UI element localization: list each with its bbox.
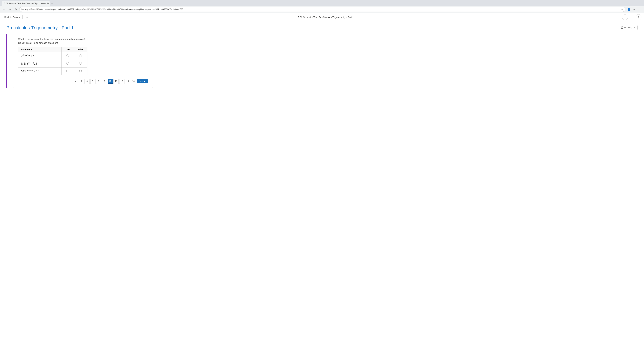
row2-true-radio[interactable]	[66, 62, 69, 65]
lms-right-controls: ⟨ ⋮ ⟩	[622, 14, 642, 20]
reading-btn-label: Reading Off	[624, 26, 636, 29]
pagination-page-7[interactable]: 7	[90, 79, 96, 84]
forward-button[interactable]: →	[8, 7, 12, 11]
refresh-button[interactable]: ↻	[14, 7, 18, 11]
table-row: 26log22 = 12	[18, 52, 88, 60]
page-content: 🎧 Reading Off Precalculus-Trigonometry -…	[0, 21, 644, 362]
row1-true-cell[interactable]	[62, 52, 74, 60]
content-prev-button[interactable]: ⟨	[622, 14, 628, 20]
pagination-page-6[interactable]: 6	[84, 79, 90, 84]
pagination-prev-button[interactable]: ◄	[73, 79, 78, 84]
row1-true-radio[interactable]	[66, 54, 69, 57]
browser-toolbar: ← → ↻ learning.k12.com/d2l/le/enhancedSe…	[0, 6, 644, 13]
pagination-page-14[interactable]: 14	[131, 79, 136, 84]
bookmark-icon[interactable]: ☆	[621, 8, 623, 11]
math-expression-2: ¼ ln e8 = 4√8	[21, 62, 37, 65]
headphones-icon: 🎧	[621, 26, 624, 29]
lms-navbar: ‹ Back to Content ≡ 5.02 Semester Test: …	[0, 13, 644, 21]
table-header-row: Statement True False	[18, 47, 88, 52]
pagination-page-13[interactable]: 13	[125, 79, 130, 84]
question-card: What is the value of the logarithmic or …	[13, 34, 153, 88]
toolbar-icons: 👤 ⊞ ⋮	[626, 7, 642, 11]
pagination-page-9[interactable]: 9	[102, 79, 107, 84]
next-button[interactable]: Next ▶	[137, 79, 148, 83]
truth-table: Statement True False 26log22 = 12	[18, 47, 88, 75]
row3-true-radio[interactable]	[66, 70, 69, 72]
true-header: True	[62, 47, 74, 52]
content-area: 🎧 Reading Off Precalculus-Trigonometry -…	[6, 25, 638, 88]
row1-false-cell[interactable]	[74, 52, 87, 60]
row2-true-cell[interactable]	[62, 60, 74, 67]
active-tab[interactable]: 5.02 Semester Test: Pre-Calculus-Trigono…	[2, 1, 50, 6]
table-row: ¼ ln e8 = 4√8	[18, 60, 88, 67]
row3-false-radio[interactable]	[79, 70, 82, 72]
question-instruction: Select True or False for each statement.	[18, 42, 148, 44]
back-to-content-link[interactable]: ‹ Back to Content	[2, 16, 20, 19]
statement-1: 26log22 = 12	[18, 52, 62, 60]
pagination-page-8[interactable]: 8	[96, 79, 101, 84]
back-to-content-label: Back to Content	[4, 16, 20, 18]
more-options-button[interactable]: ⋮	[629, 15, 634, 20]
math-expression-1: 26log22 = 12	[21, 54, 34, 58]
url-text: learning.k12.com/d2l/le/enhancedSequence…	[22, 8, 620, 10]
hamburger-icon: ≡	[26, 16, 28, 18]
content-next-button[interactable]: ⟩	[636, 14, 642, 20]
row2-false-radio[interactable]	[79, 62, 82, 65]
next-button-label: Next ▶	[139, 80, 146, 82]
row2-false-cell[interactable]	[74, 60, 87, 67]
statement-3: 10log 1000−2 = 10	[18, 67, 62, 75]
extensions-button[interactable]: ⊞	[632, 7, 636, 11]
row1-false-radio[interactable]	[79, 54, 82, 57]
hamburger-menu-button[interactable]: ≡	[24, 15, 30, 20]
address-bar[interactable]: learning.k12.com/d2l/le/enhancedSequence…	[19, 7, 625, 12]
more-menu-button[interactable]: ⋮	[638, 7, 642, 11]
lms-page-title: 5.02 Semester Test: Pre-Calculus-Trigono…	[30, 16, 622, 18]
pagination-page-5[interactable]: 5	[79, 79, 84, 84]
purple-accent-bar	[6, 34, 7, 88]
statement-header: Statement	[18, 47, 62, 52]
table-row: 10log 1000−2 = 10	[18, 67, 88, 75]
question-text: What is the value of the logarithmic or …	[18, 38, 148, 40]
page-title: Precalculus-Trigonometry - Part 1	[6, 25, 638, 30]
tab-title: 5.02 Semester Test: Pre-Calculus-Trigono…	[4, 2, 50, 4]
pagination: ◄ 5 6 7 8 9 10 11 12 13 14 Next ▶	[18, 79, 148, 84]
math-expression-3: 10log 1000−2 = 10	[21, 70, 39, 73]
pagination-page-12[interactable]: 12	[119, 79, 124, 84]
reading-toggle-button[interactable]: 🎧 Reading Off	[619, 25, 638, 30]
profile-button[interactable]: 👤	[626, 7, 631, 11]
row3-true-cell[interactable]	[62, 67, 74, 75]
row3-false-cell[interactable]	[74, 67, 87, 75]
pagination-page-10[interactable]: 10	[108, 79, 113, 84]
back-arrow-icon: ‹	[2, 16, 4, 19]
tab-bar: 5.02 Semester Test: Pre-Calculus-Trigono…	[0, 0, 644, 6]
back-button[interactable]: ←	[2, 7, 6, 11]
new-tab-button[interactable]: +	[51, 2, 53, 5]
pagination-page-11[interactable]: 11	[114, 79, 119, 84]
false-header: False	[74, 47, 87, 52]
browser-chrome: 5.02 Semester Test: Pre-Calculus-Trigono…	[0, 0, 644, 13]
content-wrapper: What is the value of the logarithmic or …	[6, 34, 638, 88]
statement-2: ¼ ln e8 = 4√8	[18, 60, 62, 67]
